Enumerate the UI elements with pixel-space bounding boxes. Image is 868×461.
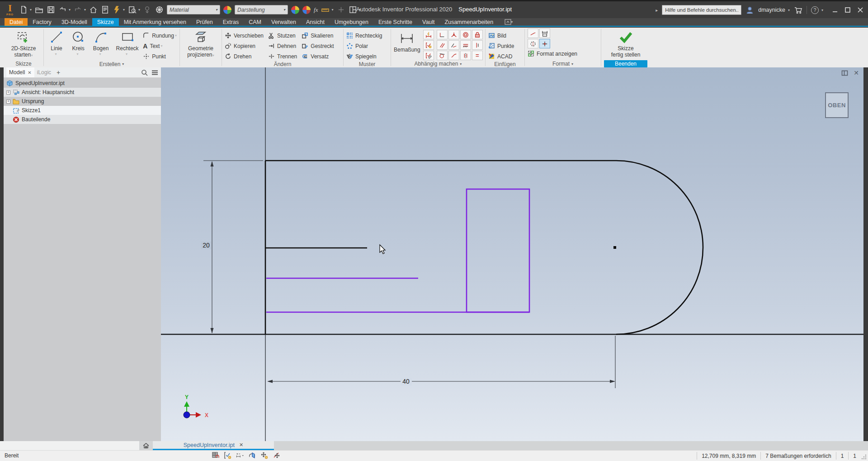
group-label-erstellen[interactable]: Erstellen▾ — [47, 61, 177, 67]
lock-constraint-button[interactable] — [472, 30, 483, 39]
save-icon[interactable] — [47, 5, 55, 14]
concentric-constraint-button[interactable] — [460, 30, 471, 39]
close-button[interactable] — [857, 7, 863, 13]
tree-item-sketch[interactable]: Skizze1 — [4, 106, 161, 115]
show-format-button[interactable]: Format anzeigen — [528, 49, 577, 58]
insert-image-button[interactable]: Bild — [488, 31, 514, 40]
dimension-button[interactable]: Bemaßung — [394, 29, 420, 53]
equal-constraint-button[interactable]: = — [472, 51, 483, 60]
return-icon[interactable] — [143, 5, 152, 14]
viewcube[interactable]: OBEN — [825, 92, 849, 118]
group-label-format[interactable]: Format▾ — [528, 60, 598, 67]
browser-tab-modell[interactable]: Modell ✕ — [6, 67, 34, 77]
minimize-button[interactable] — [832, 7, 838, 13]
tangent-constraint-button[interactable] — [448, 40, 459, 50]
undo-icon[interactable] — [58, 5, 67, 14]
open-icon[interactable] — [35, 5, 43, 14]
extend-button[interactable]: Dehnen — [268, 42, 297, 50]
parallel-constraint-button[interactable] — [437, 40, 448, 50]
smooth-constraint-button[interactable] — [448, 51, 459, 60]
point-button[interactable]: Punkt — [143, 52, 177, 61]
constraint-display-icon[interactable] — [224, 451, 231, 459]
coincident-constraint-button[interactable] — [448, 30, 459, 39]
new-file-icon[interactable] — [19, 5, 28, 14]
split-view-icon[interactable] — [841, 70, 848, 76]
appearance-wheel-icon[interactable] — [223, 6, 231, 14]
ribbon-collapse-button[interactable]: ▾ — [505, 18, 513, 26]
split-button[interactable]: Trennen — [268, 52, 297, 61]
centerpoint-button[interactable] — [539, 39, 550, 48]
driven-dimension-button[interactable] — [539, 29, 550, 38]
rectangle-button[interactable]: Rechteck ▾ — [113, 29, 141, 56]
move-button[interactable]: Verschieben — [225, 31, 264, 40]
material-combobox[interactable]: Material ▾ — [167, 5, 220, 14]
close-view-icon[interactable]: ✕ — [854, 69, 859, 76]
mirror-button[interactable]: Spiegeln — [346, 52, 382, 61]
tangent-arc-constraint-button[interactable] — [437, 51, 448, 60]
finish-sketch-button[interactable]: Skizze fertig stellen — [604, 29, 647, 58]
trim-button[interactable]: Stutzen — [268, 31, 297, 40]
vertical-constraint-button[interactable] — [472, 40, 483, 50]
project-geometry-button[interactable]: Geometrie projizieren ▾ — [183, 29, 219, 58]
show-constraints-button[interactable] — [423, 40, 434, 50]
tree-item-origin[interactable]: + Ursprung — [4, 97, 161, 106]
redo-icon[interactable] — [74, 5, 82, 14]
redo-chevron-icon[interactable]: ▾ — [84, 8, 86, 12]
new-file-chevron-icon[interactable]: ▾ — [30, 8, 32, 12]
import-points-button[interactable]: Punkte — [488, 42, 514, 50]
centerline-button[interactable] — [528, 39, 538, 48]
dim20-value[interactable]: 20 — [203, 242, 210, 249]
arc-button[interactable]: Bogen ▾ — [90, 29, 112, 56]
dim40-value[interactable]: 40 — [402, 378, 410, 385]
search-input[interactable] — [662, 5, 741, 15]
arc-center-point[interactable] — [613, 246, 616, 249]
tab-extras[interactable]: Extras — [218, 18, 244, 26]
rectangular-pattern-button[interactable]: Rechteckig — [346, 31, 382, 40]
add-icon[interactable] — [337, 5, 345, 14]
cart-icon[interactable] — [794, 6, 802, 14]
tree-item-part[interactable]: SpeedUpInventor.ipt — [4, 79, 161, 88]
browser-menu-icon[interactable] — [151, 70, 158, 76]
preview-page-chevron-icon[interactable]: ▾ — [138, 8, 140, 12]
document-tab-close-icon[interactable]: ✕ — [239, 442, 243, 448]
text-button[interactable]: A Text ▾ — [143, 42, 177, 50]
sketch-canvas[interactable]: 20 40 Y X OBEN — [161, 67, 863, 441]
slot-right-arc[interactable] — [616, 161, 703, 334]
appearance-combobox[interactable]: Darstellung ▾ — [235, 5, 288, 14]
selected-rectangle[interactable] — [467, 189, 529, 312]
rotate-button[interactable]: Drehen — [225, 52, 264, 61]
clear-appearance-icon[interactable] — [302, 6, 311, 14]
snap-grid-icon[interactable] — [212, 451, 219, 459]
undo-chevron-icon[interactable]: ▾ — [69, 8, 71, 12]
group-label-abhaengig[interactable]: Abhängig machen▾ — [394, 60, 482, 67]
origin-point[interactable] — [184, 412, 190, 418]
collinear-constraint-button[interactable] — [460, 40, 471, 50]
fillet-button[interactable]: Rundung ▾ — [143, 31, 177, 40]
user-chevron-icon[interactable]: ▾ — [788, 8, 790, 12]
help-chevron-icon[interactable]: ▾ — [821, 8, 823, 12]
measure-chevron-icon[interactable]: ▾ — [331, 8, 333, 12]
tab-ansicht[interactable]: Ansicht — [301, 18, 330, 26]
circular-pattern-button[interactable]: Polar — [346, 42, 382, 50]
import-acad-button[interactable]: ACAD — [488, 52, 514, 61]
circle-button[interactable]: Kreis ▾ — [68, 29, 88, 56]
tab-datei[interactable]: Datei — [5, 18, 28, 26]
resize-grip[interactable] — [861, 454, 867, 460]
tab-cam[interactable]: CAM — [244, 18, 266, 26]
measure-icon[interactable] — [321, 5, 330, 14]
home-icon[interactable] — [89, 5, 98, 14]
dimension-display-icon[interactable] — [236, 451, 244, 459]
degrees-of-freedom-icon[interactable] — [260, 451, 268, 459]
tab-umgebungen[interactable]: Umgebungen — [330, 18, 373, 26]
expander-icon[interactable]: + — [6, 90, 10, 95]
qat-customize-chevron-icon[interactable]: ▾ — [359, 8, 361, 12]
auto-dimension-button[interactable] — [423, 30, 434, 39]
help-icon[interactable]: ? — [811, 6, 819, 14]
stretch-button[interactable]: Gestreckt — [302, 42, 334, 50]
expander-icon[interactable]: + — [6, 100, 10, 104]
preview-page-icon[interactable] — [128, 5, 137, 14]
construction-line-button[interactable] — [528, 29, 538, 38]
tab-skizze[interactable]: Skizze — [92, 18, 119, 26]
document-tab-active[interactable]: SpeedUpInventor.ipt ✕ — [153, 441, 274, 450]
quick-command-icon[interactable] — [113, 5, 121, 14]
